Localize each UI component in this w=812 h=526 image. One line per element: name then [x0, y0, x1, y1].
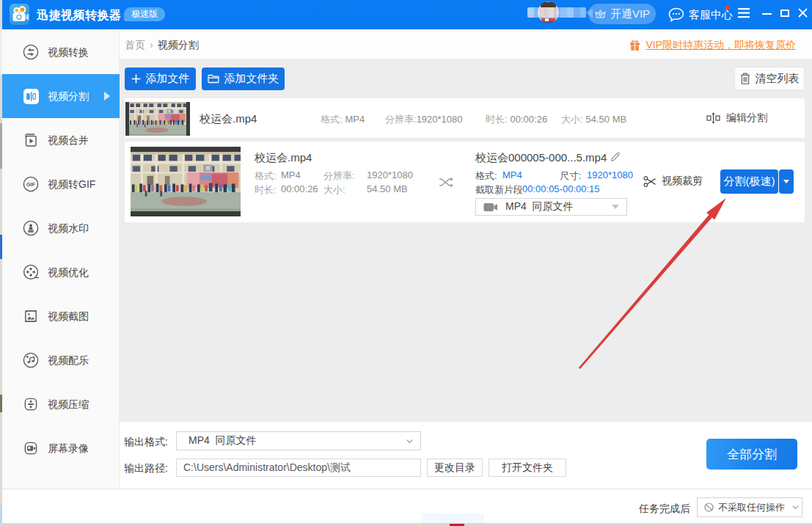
vip-button[interactable]: 开通VIP — [588, 4, 656, 24]
sidebar-item-video-music[interactable]: 视频配乐 — [2, 338, 120, 382]
titlebar: 迅捷视频转换器 极速版 开通VIP 客服中心 — [2, 0, 812, 29]
after-task-label: 任务完成后 — [639, 503, 690, 516]
sidebar-item-label: 视频优化 — [48, 250, 89, 294]
open-folder-label: 打开文件夹 — [502, 461, 553, 475]
source-size-label: 大小: — [323, 183, 345, 197]
clip-range: 00:00:05-00:00:15 — [522, 183, 600, 194]
sidebar-item-video-convert[interactable]: 视频转换 — [2, 30, 120, 74]
sidebar-item-label: 视频转GIF — [48, 162, 95, 206]
out-format-label: 格式: — [475, 169, 497, 183]
breadcrumb-bar: 首页›视频分割 VIP限时特惠活动，即将恢复原价 — [120, 29, 812, 59]
file-row[interactable]: 校运会.mp4 格式: MP4 分辨率:1920*1080 时长: 00:00:… — [125, 98, 805, 138]
gif-icon: GIF — [22, 175, 40, 193]
chevron-down-icon — [792, 504, 799, 511]
sidebar-item-label: 屏幕录像 — [48, 426, 89, 470]
edit-split-button[interactable]: 编辑分割 — [706, 112, 767, 125]
split-button[interactable]: 分割(极速) — [720, 169, 778, 194]
edition-badge: 极速版 — [124, 7, 165, 21]
file-duration: 时长: 00:00:26 — [486, 113, 547, 126]
sidebar-item-label: 视频压缩 — [48, 382, 89, 426]
sidebar-item-video-split[interactable]: 视频分割 — [2, 74, 120, 118]
minimize-button[interactable] — [762, 13, 772, 15]
split-icon — [23, 89, 39, 104]
file-resolution: 分辨率:1920*1080 — [385, 113, 463, 126]
vip-promo[interactable]: VIP限时特惠活动，即将恢复原价 — [629, 39, 796, 52]
format-select-value: MP4 同原文件 — [505, 200, 574, 213]
sidebar-item-video-compress[interactable]: 视频压缩 — [2, 382, 120, 426]
sidebar-item-label: 视频转换 — [48, 30, 89, 74]
sidebar-item-label: 视频合并 — [48, 118, 89, 162]
pencil-icon[interactable] — [610, 152, 620, 162]
video-crop-button[interactable]: 视频裁剪 — [643, 175, 703, 188]
scissors-icon — [643, 175, 656, 188]
close-icon — [798, 8, 808, 18]
footer-bar: 任务完成后 不采取任何操作 — [2, 489, 812, 523]
maximize-button[interactable] — [780, 10, 789, 17]
after-task-value: 不采取任何操作 — [718, 501, 785, 514]
output-path-value: C:\Users\Administrator\Desktop\测试 — [183, 461, 351, 475]
split-all-button[interactable]: 全部分割 — [706, 439, 797, 470]
edit-split-icon — [706, 112, 720, 124]
convert-icon — [22, 43, 40, 61]
sidebar-item-video-merge[interactable]: 视频合并 — [2, 118, 120, 162]
source-format-label: 格式: — [255, 169, 277, 183]
bottom-smudge — [422, 514, 484, 523]
record-icon — [22, 439, 40, 457]
no-action-icon — [704, 503, 714, 512]
source-resolution-label: 分辨率: — [323, 169, 355, 183]
output-format-value: MP4 同原文件 — [189, 434, 257, 448]
output-format-label: 输出格式: — [124, 436, 168, 449]
file-name: 校运会.mp4 — [200, 112, 257, 126]
sidebar-item-label: 视频分割 — [48, 74, 89, 118]
split-all-label: 全部分割 — [727, 446, 777, 463]
source-format: MP4 — [281, 169, 301, 180]
sidebar-item-label: 视频配乐 — [48, 338, 89, 382]
video-thumbnail — [131, 147, 241, 216]
sidebar-item-screen-record[interactable]: 屏幕录像 — [2, 426, 120, 470]
breadcrumb-separator: › — [145, 39, 158, 51]
trash-icon — [740, 73, 750, 84]
vip-promo-text[interactable]: VIP限时特惠活动，即将恢复原价 — [645, 39, 796, 52]
sidebar-item-video-snapshot[interactable]: 视频截图 — [2, 294, 120, 338]
app-title: 迅捷视频转换器 — [37, 8, 122, 23]
breadcrumb-home[interactable]: 首页 — [125, 39, 145, 51]
chevron-right-icon — [104, 92, 110, 101]
caret-down-icon — [612, 205, 619, 209]
split-task-row[interactable]: 校运会.mp4 格式: MP4 分辨率: 1920*1080 时长: 00:00… — [125, 142, 805, 222]
chat-bubble-icon — [668, 7, 684, 22]
video-thumbnail — [125, 102, 190, 136]
file-size: 大小: 54.50 MB — [561, 113, 626, 126]
edit-split-label: 编辑分割 — [726, 112, 767, 125]
merge-icon — [22, 131, 40, 149]
music-icon — [22, 351, 40, 369]
sidebar-item-video-to-gif[interactable]: GIF 视频转GIF — [2, 162, 120, 206]
compress-icon — [22, 395, 40, 413]
source-duration: 00:00:26 — [281, 183, 318, 194]
close-button[interactable] — [798, 8, 808, 18]
add-folder-label: 添加文件夹 — [224, 72, 279, 86]
add-file-button[interactable]: 添加文件 — [125, 67, 196, 90]
add-folder-button[interactable]: 添加文件夹 — [202, 67, 285, 90]
change-directory-button[interactable]: 更改目录 — [427, 459, 483, 477]
split-options-button[interactable] — [779, 169, 794, 194]
app-logo-icon — [10, 4, 29, 25]
video-crop-label: 视频裁剪 — [662, 175, 703, 188]
shuffle-icon — [438, 176, 454, 191]
change-directory-label: 更改目录 — [434, 461, 475, 475]
sidebar-item-video-watermark[interactable]: 视频水印 — [2, 206, 120, 250]
notification-dot — [725, 6, 730, 10]
format-select[interactable]: MP4 同原文件 — [475, 198, 627, 216]
menu-button[interactable] — [738, 8, 750, 18]
output-path-input[interactable]: C:\Users\Administrator\Desktop\测试 — [176, 459, 421, 477]
open-folder-button[interactable]: 打开文件夹 — [489, 459, 566, 477]
clear-list-button[interactable]: 清空列表 — [734, 67, 805, 90]
output-format-select[interactable]: MP4 同原文件 — [176, 431, 421, 450]
camera-icon — [483, 202, 498, 212]
after-task-select[interactable]: 不采取任何操作 — [697, 497, 802, 517]
sidebar-item-video-optimize[interactable]: 视频优化 — [2, 250, 120, 294]
file-format: 格式: MP4 — [321, 113, 365, 126]
service-center[interactable]: 客服中心 — [668, 7, 733, 22]
folder-icon — [208, 74, 219, 84]
output-settings-panel: 输出格式: MP4 同原文件 输出路径: C:\Users\Administra… — [120, 422, 812, 489]
optimize-icon — [22, 263, 40, 281]
